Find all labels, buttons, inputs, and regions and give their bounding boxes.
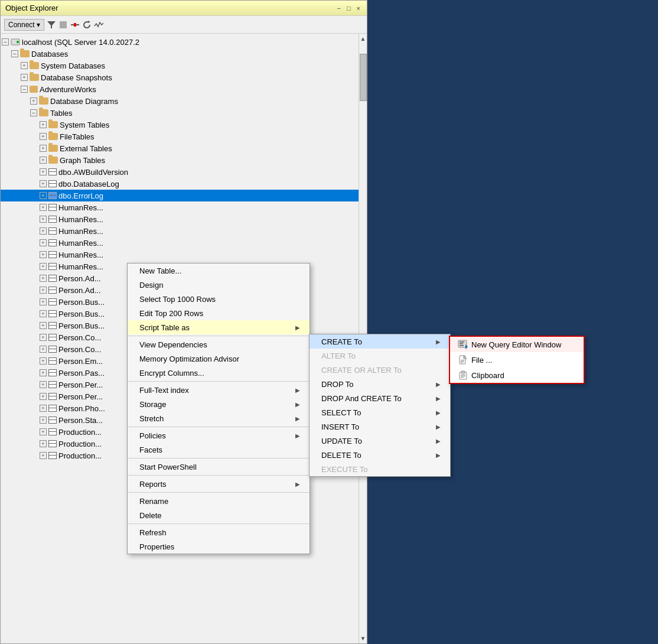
gt-label: Graph Tables [60, 156, 105, 165]
tree-item-humanres1[interactable]: + HumanRes... [1, 201, 359, 213]
menu-properties[interactable]: Properties [128, 539, 310, 554]
menu-create-to[interactable]: CREATE To ▶ [310, 334, 450, 349]
scrollbar-down[interactable]: ▼ [359, 633, 367, 643]
pcol2-table-icon [48, 346, 57, 353]
menu-start-ps[interactable]: Start PowerShell [128, 460, 310, 474]
tree-item-databases[interactable]: − Databases [1, 48, 359, 60]
select-to-arrow: ▶ [436, 409, 441, 416]
errlog-table-icon [48, 192, 57, 199]
expand-prod3-icon: + [40, 452, 47, 459]
svg-rect-16 [461, 361, 464, 362]
aw-db-icon [30, 86, 38, 93]
new-query-editor-label: New Query Editor Window [471, 340, 561, 349]
menu-view-deps[interactable]: View Dependencies [128, 337, 310, 352]
menu-insert-to[interactable]: INSERT To ▶ [310, 419, 450, 434]
tree-item-filetables[interactable]: + FileTables [1, 131, 359, 142]
tree-item-humanres4[interactable]: + HumanRes... [1, 237, 359, 249]
errlog-label: dbo.ErrorLog [58, 191, 103, 200]
ppho-label: Person.Pho... [58, 404, 105, 413]
expand-awbv-icon: + [40, 168, 47, 175]
tree-item-systemtables[interactable]: + System Tables [1, 119, 359, 131]
st-label: System Tables [60, 121, 109, 129]
menu-clipboard[interactable]: Clipboard [450, 367, 584, 383]
menu-delete-to[interactable]: DELETE To ▶ [310, 448, 450, 462]
menu-encrypt-cols[interactable]: Encrypt Columns... [128, 366, 310, 380]
tree-item-databaselog[interactable]: + dbo.DatabaseLog [1, 178, 359, 190]
update-to-label: UPDATE To [321, 437, 362, 445]
menu-fulltext[interactable]: Full-Text index ▶ [128, 383, 310, 397]
tree-item-systemdbs[interactable]: + System Databases [1, 60, 359, 71]
stop-icon[interactable] [58, 20, 68, 30]
rename-label: Rename [139, 497, 168, 506]
connect-button[interactable]: Connect ▾ [4, 19, 44, 31]
menu-update-to[interactable]: UPDATE To ▶ [310, 434, 450, 448]
reports-label: Reports [139, 480, 167, 489]
menu-rename[interactable]: Rename [128, 494, 310, 508]
scrollbar-thumb[interactable] [360, 54, 367, 101]
disconnect-icon[interactable] [70, 20, 80, 30]
menu-new-table[interactable]: New Table... [128, 264, 310, 278]
tree-item-humanres2[interactable]: + HumanRes... [1, 213, 359, 225]
refresh-icon[interactable] [82, 20, 92, 30]
execute-to-label: EXECUTE To [321, 465, 368, 474]
collapse-aw-icon: − [21, 86, 28, 93]
filter-icon[interactable] [47, 20, 56, 30]
design-label: Design [139, 281, 163, 290]
menu-select-top[interactable]: Select Top 1000 Rows [128, 292, 310, 306]
pbus3-table-icon [48, 322, 57, 329]
tree-item-humanres3[interactable]: + HumanRes... [1, 225, 359, 237]
tree-item-server[interactable]: − localhost (SQL Server 14.0.2027.2 [1, 36, 359, 48]
dock-button[interactable]: □ [345, 5, 353, 12]
svg-rect-2 [71, 24, 74, 25]
insert-to-label: INSERT To [321, 422, 359, 431]
tree-item-snapshots[interactable]: + Database Snapshots [1, 71, 359, 83]
pper2-table-icon [48, 393, 57, 400]
expand-pbus1-icon: + [40, 298, 47, 305]
menu-file[interactable]: File ... [450, 352, 584, 367]
tree-item-humanres5[interactable]: + HumanRes... [1, 249, 359, 261]
expand-hr2-icon: + [40, 216, 47, 223]
menu-script-table[interactable]: Script Table as ▶ [128, 320, 310, 334]
tree-item-externaltables[interactable]: + External Tables [1, 142, 359, 154]
close-button[interactable]: × [355, 5, 362, 12]
menu-stretch[interactable]: Stretch ▶ [128, 411, 310, 425]
tree-item-graphtables[interactable]: + Graph Tables [1, 154, 359, 166]
tree-item-diagrams[interactable]: + Database Diagrams [1, 95, 359, 107]
tree-item-errorlog[interactable]: + dbo.ErrorLog [1, 190, 359, 201]
menu-facets[interactable]: Facets [128, 443, 310, 457]
awbv-label: dbo.AWBuildVersion [58, 168, 128, 177]
tree-item-awbuildversion[interactable]: + dbo.AWBuildVersion [1, 166, 359, 178]
svg-rect-17 [461, 362, 463, 363]
expand-pper1-icon: + [40, 381, 47, 388]
explorer-title: Object Explorer [5, 4, 58, 12]
snapshots-folder-icon [30, 74, 39, 81]
menu-select-to[interactable]: SELECT To ▶ [310, 405, 450, 419]
activity-icon[interactable] [94, 20, 103, 30]
menu-edit-top[interactable]: Edit Top 200 Rows [128, 306, 310, 320]
scrollbar-up[interactable]: ▲ [359, 34, 367, 44]
menu-design[interactable]: Design [128, 278, 310, 292]
svg-rect-21 [461, 376, 465, 376]
menu-refresh[interactable]: Refresh [128, 525, 310, 539]
menu-storage[interactable]: Storage ▶ [128, 397, 310, 411]
menu-reports[interactable]: Reports ▶ [128, 477, 310, 491]
menu-policies[interactable]: Policies ▶ [128, 428, 310, 443]
pper2-label: Person.Per... [58, 392, 103, 401]
create-to-arrow: ▶ [436, 339, 441, 345]
pin-button[interactable]: − [335, 5, 342, 12]
expand-ft-icon: + [40, 133, 47, 140]
menu-alter-to: ALTER To [310, 349, 450, 363]
menu-delete[interactable]: Delete [128, 508, 310, 522]
menu-drop-to[interactable]: DROP To ▶ [310, 377, 450, 391]
prod2-label: Production... [58, 440, 102, 448]
tree-item-tables[interactable]: − Tables [1, 107, 359, 119]
properties-label: Properties [139, 542, 174, 551]
pad2-label: Person.Ad... [58, 286, 101, 295]
tree-item-adventureworks[interactable]: − AdventureWorks [1, 83, 359, 95]
menu-drop-and-create-to[interactable]: DROP And CREATE To ▶ [310, 391, 450, 405]
menu-new-query-editor[interactable]: New Query Editor Window [450, 337, 584, 352]
menu-memory-opt[interactable]: Memory Optimization Advisor [128, 352, 310, 366]
expand-ppas-icon: + [40, 369, 47, 376]
svg-rect-10 [460, 343, 463, 344]
drop-and-create-to-label: DROP And CREATE To [321, 394, 402, 403]
